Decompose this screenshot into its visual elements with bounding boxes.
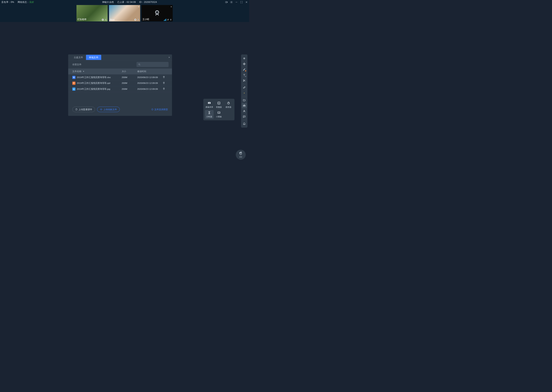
main-area: 云盘文件 本地文件 × 全部文件 文件名称▼ 大小 修改时间 W 2019年工作…: [0, 22, 249, 177]
top-bar: 丢包率：0% 网络状态：良好 神秘大自然 已上课：02:34:09 ID：202…: [0, 0, 249, 4]
video-tile-teacher[interactable]: 叮当老师: [76, 5, 108, 21]
svg-point-16: [138, 64, 140, 65]
file-row[interactable]: ▲ 2019年工作汇报情况查询等等.jpg 200M 2020/06/23 12…: [68, 86, 172, 92]
hand-raise-button[interactable]: 0/2: [236, 150, 246, 160]
tool-blackboard[interactable]: 2+3 小黑板: [214, 110, 223, 119]
svg-rect-35: [243, 105, 245, 106]
participant-name: 王小明: [142, 18, 149, 21]
hand-icon: [239, 151, 243, 155]
minimize-icon[interactable]: [235, 1, 238, 4]
breadcrumb[interactable]: 全部文件: [72, 63, 81, 66]
svg-point-31: [244, 58, 245, 59]
file-type-icon: W: [72, 76, 75, 79]
id-value: 2020070324: [144, 1, 157, 4]
file-type-icon: ▲: [72, 87, 75, 91]
svg-point-37: [244, 116, 244, 116]
color-indicator: [245, 76, 246, 77]
tool-screen-share[interactable]: 屏幕共享: [205, 100, 214, 109]
id-label: ID：: [139, 1, 144, 4]
svg-text:✓: ✓: [219, 102, 220, 103]
col-time-header[interactable]: 修改时间: [137, 70, 163, 73]
hand-count: 0/2: [240, 156, 242, 158]
fullscreen-icon[interactable]: [240, 1, 243, 4]
video-tile-student[interactable]: × Nina: [109, 5, 140, 21]
packet-loss-label: 丢包率：: [1, 1, 11, 4]
col-size-header[interactable]: 大小: [122, 70, 137, 73]
file-table-header: 文件名称▼ 大小 修改时间: [68, 69, 172, 74]
search-icon: [138, 63, 141, 66]
folder-icon[interactable]: [242, 98, 247, 103]
svg-rect-0: [225, 1, 227, 3]
svg-point-36: [244, 110, 245, 111]
upload-animated-button[interactable]: 上传动效文件: [97, 107, 120, 112]
play-icon: [100, 108, 102, 111]
network-label: 网络状态：: [18, 1, 29, 4]
svg-point-39: [245, 116, 245, 116]
svg-line-17: [140, 65, 140, 65]
scissors-icon[interactable]: [242, 78, 247, 83]
video-tile-student[interactable]: × 王小明: [141, 5, 173, 21]
toolbox-icon[interactable]: [242, 103, 247, 108]
close-icon[interactable]: ×: [168, 56, 170, 59]
network-value: 良好: [29, 1, 34, 4]
svg-rect-7: [105, 19, 106, 20]
trash-icon[interactable]: [163, 87, 165, 90]
svg-point-38: [244, 116, 244, 116]
file-type-icon: P: [72, 82, 75, 84]
tool-quiz[interactable]: A✓B✗ 答题器: [214, 100, 223, 109]
bell-icon[interactable]: [242, 121, 247, 126]
search-input[interactable]: [137, 62, 168, 67]
move-icon[interactable]: [242, 61, 247, 66]
svg-text:2+3: 2+3: [218, 112, 220, 113]
packet-loss-value: 0%: [11, 1, 14, 4]
video-strip: 叮当老师 × Nina × 王小明: [0, 4, 249, 22]
document-icon: [75, 108, 78, 111]
pen-icon[interactable]: [242, 67, 247, 72]
upload-normal-button[interactable]: 上传普通课件: [72, 107, 95, 112]
tool-timer[interactable]: 计时器: [205, 110, 214, 119]
file-time: 2020/06/23 12:09:09: [137, 88, 163, 90]
file-size: 200M: [122, 76, 137, 79]
dot-tool-icon[interactable]: [242, 91, 247, 96]
room-title: 神秘大自然: [102, 0, 114, 4]
user-icon[interactable]: [242, 109, 247, 114]
participant-name: 叮当老师: [77, 18, 87, 21]
elapsed-value: 02:34:09: [127, 1, 136, 4]
svg-rect-10: [138, 19, 138, 20]
trash-icon[interactable]: [163, 82, 165, 84]
tab-local-files[interactable]: 本地文件: [86, 55, 101, 60]
gear-icon[interactable]: [230, 1, 233, 4]
camera-icon[interactable]: [225, 1, 228, 4]
file-row[interactable]: P 2019年工作汇报情况查询等等.ppt 200M 2020/06/23 12…: [68, 80, 172, 86]
mic-icon: [137, 19, 139, 21]
text-icon[interactable]: [242, 72, 247, 77]
close-icon[interactable]: ×: [171, 6, 172, 8]
svg-text:✗: ✗: [219, 103, 220, 104]
close-icon[interactable]: [245, 1, 248, 4]
camera-off-icon: [153, 9, 161, 17]
file-row[interactable]: W 2019年工作汇报情况查询等等.doc 200M 2020/06/23 12…: [68, 74, 172, 80]
right-toolbar: [241, 54, 247, 127]
tool-buzzer[interactable]: 抢答器: [224, 100, 233, 109]
sort-caret-icon[interactable]: ▼: [83, 70, 85, 72]
globe-icon: [102, 19, 104, 21]
supported-types-link[interactable]: 文件支持类型: [151, 108, 168, 111]
col-name-header[interactable]: 文件名称: [72, 70, 81, 73]
svg-point-1: [231, 2, 232, 2]
file-name: 2019年工作汇报情况查询等等.ppt: [77, 82, 110, 85]
file-size: 200M: [122, 82, 137, 84]
laser-pointer-icon[interactable]: [242, 56, 247, 61]
signal-bars-icon: [164, 19, 166, 21]
chat-icon[interactable]: [242, 114, 247, 119]
participant-name: Nina: [110, 18, 114, 21]
trash-icon[interactable]: [163, 76, 165, 78]
tools-popup: 屏幕共享 A✓B✗ 答题器 抢答器 计时器 2+3 小黑板: [203, 99, 235, 120]
eraser-icon[interactable]: [242, 85, 247, 90]
close-icon[interactable]: ×: [138, 6, 139, 8]
tab-cloud-files[interactable]: 云盘文件: [71, 55, 86, 60]
mic-icon: [170, 19, 172, 21]
svg-point-12: [156, 12, 158, 13]
file-time: 2020/06/23 12:09:09: [137, 82, 163, 84]
file-name: 2019年工作汇报情况查询等等.doc: [77, 76, 111, 79]
svg-point-6: [102, 19, 103, 20]
